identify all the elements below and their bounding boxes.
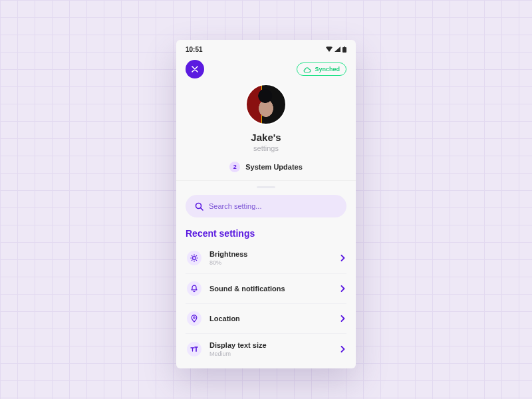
status-icons xyxy=(326,47,346,53)
setting-row-location[interactable]: Location xyxy=(186,304,346,334)
chevron-right-icon xyxy=(340,255,345,261)
battery-icon xyxy=(342,47,346,53)
close-button[interactable] xyxy=(186,60,204,78)
svg-line-11 xyxy=(196,255,197,256)
phone-frame: 10:51 Synched Jake's settings 2 System U… xyxy=(176,40,356,368)
bell-icon xyxy=(187,281,201,296)
updates-label: System Updates xyxy=(245,163,303,171)
svg-line-12 xyxy=(192,260,192,261)
svg-line-3 xyxy=(201,207,203,209)
svg-line-9 xyxy=(192,255,192,256)
chevron-right-icon xyxy=(340,285,345,292)
svg-rect-0 xyxy=(342,47,346,53)
status-bar: 10:51 xyxy=(176,40,356,55)
row-label: Sound & notifications xyxy=(209,285,332,293)
content: Recent settings Brightness 80% Sound & n… xyxy=(176,188,356,364)
status-time: 10:51 xyxy=(186,46,203,53)
sync-status-badge: Synched xyxy=(297,63,346,76)
close-icon xyxy=(192,66,198,72)
wifi-icon xyxy=(326,47,332,52)
search-input-wrapper[interactable] xyxy=(186,195,346,217)
svg-line-10 xyxy=(196,260,197,261)
svg-point-4 xyxy=(193,257,196,260)
signal-icon xyxy=(334,47,340,52)
row-label: Location xyxy=(209,315,332,323)
section-title: Recent settings xyxy=(186,228,346,239)
svg-rect-1 xyxy=(344,47,345,48)
location-icon xyxy=(187,311,201,326)
svg-point-13 xyxy=(194,317,195,318)
profile-name: Jake's xyxy=(186,132,346,143)
chevron-right-icon xyxy=(340,346,345,352)
chevron-right-icon xyxy=(340,315,345,322)
setting-row-text-size[interactable]: Display text size Medium xyxy=(186,334,346,364)
sync-label: Synched xyxy=(315,66,340,72)
row-label: Brightness xyxy=(209,250,332,258)
updates-count-badge: 2 xyxy=(229,162,240,172)
setting-row-sound[interactable]: Sound & notifications xyxy=(186,274,346,304)
search-input[interactable] xyxy=(209,202,337,210)
brightness-icon xyxy=(187,251,201,265)
text-size-icon xyxy=(187,342,201,356)
system-updates-row[interactable]: 2 System Updates xyxy=(186,162,346,172)
row-label: Display text size xyxy=(209,341,332,349)
avatar xyxy=(245,84,287,125)
profile-subtitle: settings xyxy=(186,144,346,152)
profile-header: Synched Jake's settings 2 System Updates xyxy=(176,55,356,181)
row-sub: 80% xyxy=(209,259,332,266)
row-sub: Medium xyxy=(209,350,332,357)
setting-row-brightness[interactable]: Brightness 80% xyxy=(186,243,346,274)
cloud-icon xyxy=(303,66,311,72)
search-icon xyxy=(195,202,203,211)
